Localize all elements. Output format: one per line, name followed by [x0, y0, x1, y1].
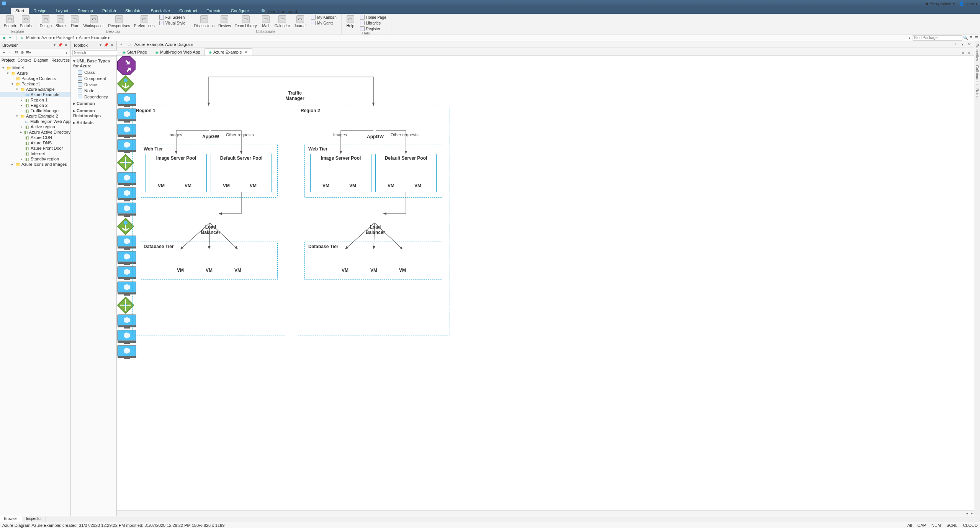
tree-node[interactable]: ▾📁Azure Example 2 [0, 113, 70, 119]
ribbon-calendar[interactable]: ▭Calendar [273, 15, 292, 29]
crumb-1[interactable]: Azure [41, 35, 52, 40]
ribbon-discussions[interactable]: ▭Discussions [193, 15, 216, 29]
doc-tab-start-page[interactable]: ◈Start Page [118, 48, 151, 56]
pin-icon[interactable]: ▾ [98, 43, 103, 47]
nav-new-icon[interactable]: ✦ [8, 36, 12, 40]
tree-node[interactable]: ▸◧Region 1 [0, 97, 70, 103]
ctx-collapse-icon[interactable]: « [953, 42, 958, 47]
tree-node[interactable]: ◧Azure DNS [0, 140, 70, 145]
tree-node[interactable]: ▸◧Azure Active Directory [0, 129, 70, 135]
toolbox-item-dependency[interactable]: Dependency [72, 94, 115, 100]
ribbon-perspectives[interactable]: ▭Perspectives [106, 15, 131, 29]
breadcrumb[interactable]: Model▸Azure▸Package1▸Azure Example▸ [26, 35, 111, 40]
menu-tab-layout[interactable]: Layout [51, 8, 73, 14]
menu-tab-publish[interactable]: Publish [98, 8, 121, 14]
ribbon-visual-style[interactable]: Visual Style [159, 20, 186, 26]
vm-node[interactable] [117, 345, 137, 360]
pin2-icon[interactable]: 📌 [58, 43, 62, 47]
menu-tab-execute[interactable]: Execute [202, 8, 226, 14]
ribbon-help[interactable]: ▭Help [344, 15, 357, 29]
rail-notes[interactable]: Notes [975, 88, 979, 98]
rail-collaborate[interactable]: Collaborate [975, 65, 979, 85]
toolbox-cat[interactable]: ▸ Common Relationships [72, 107, 115, 119]
ribbon-preferences[interactable]: ▭Preferences [133, 15, 156, 29]
ribbon-portals[interactable]: ▭Portals [18, 15, 33, 29]
breadcrumb-expand-icon[interactable]: ▸ [907, 36, 912, 40]
traffic-manager-node[interactable] [117, 56, 136, 75]
tree-node[interactable]: ▭Azure Example [0, 92, 70, 97]
crumb-0[interactable]: Model [26, 35, 38, 40]
tool-icon[interactable]: ⚙ [20, 51, 25, 55]
menu-tab-simulate[interactable]: Simulate [121, 8, 146, 14]
ribbon-workspaces[interactable]: ▭Workspaces [82, 15, 106, 29]
new-icon[interactable]: ✦ [2, 51, 6, 55]
ribbon-share[interactable]: ▭Share [54, 15, 67, 29]
browser-tab-project[interactable]: Project [2, 58, 15, 62]
toolbox-item-class[interactable]: Class [72, 69, 115, 75]
tree-icon[interactable]: ☷ [14, 51, 18, 55]
bottom-tab-browser[interactable]: Browser [0, 516, 22, 522]
menu-tab-start[interactable]: Start [11, 8, 29, 14]
ribbon-search[interactable]: ▭Search [2, 15, 18, 29]
menu-tab-specialize[interactable]: Specialize [146, 8, 175, 14]
ribbon-team-library[interactable]: ▭Team Library [233, 15, 258, 29]
toolbox-search-input[interactable] [72, 50, 124, 56]
nav-caret-icon[interactable]: ▸ [20, 36, 25, 40]
nav-back-icon[interactable]: ◀ [2, 36, 6, 40]
hscroll-right-icon[interactable]: ▸ [969, 511, 974, 515]
layout-icon[interactable]: ≣ [969, 36, 973, 40]
pin2-icon[interactable]: 📌 [104, 43, 108, 47]
ctx-close-icon[interactable]: ✕ [967, 42, 972, 47]
tree-node[interactable]: ▾📁Azure Example [0, 87, 70, 92]
bottom-tab-inspector[interactable]: Inspector [22, 516, 46, 522]
toolbox-cat[interactable]: ▾ UML Base Types for Azure [72, 57, 115, 69]
ribbon-review[interactable]: ▭Review [217, 15, 232, 29]
rail-properties[interactable]: Properties [975, 44, 979, 61]
menu-tab-construct[interactable]: Construct [175, 8, 202, 14]
appgw-node[interactable] [117, 75, 134, 93]
up-icon[interactable]: ↑ [8, 51, 12, 55]
ribbon-libraries[interactable]: Libraries [359, 20, 387, 26]
ribbon-full-screen[interactable]: Full Screen [159, 15, 186, 20]
ribbon-journal[interactable]: ▭Journal [292, 15, 308, 29]
toolbox-cat[interactable]: ▸ Artifacts [72, 119, 115, 126]
browser-tab-resources[interactable]: Resources [51, 58, 70, 62]
crumb-3[interactable]: Azure Example [79, 35, 108, 40]
user-menu[interactable]: 👤 User ▾ [959, 1, 978, 6]
close-icon[interactable]: ✕ [64, 43, 68, 47]
ribbon-design[interactable]: ▭Design [38, 15, 53, 29]
ribbon-my-gantt[interactable]: My Gantt [310, 20, 337, 26]
perspective-menu[interactable]: ◆ Perspective ▾ [925, 1, 955, 6]
toolbox-item-device[interactable]: Device [72, 82, 115, 88]
close-icon[interactable]: ✕ [110, 43, 114, 47]
browser-tab-context[interactable]: Context [18, 58, 31, 62]
browser-tab-diagram[interactable]: Diagram [34, 58, 48, 62]
tree-node[interactable]: ▾📁Model [0, 65, 70, 70]
ctx-diagram-icon[interactable]: ▭ [127, 42, 131, 47]
expand-icon[interactable]: ▸ [64, 51, 69, 55]
tab-prev-icon[interactable]: ◂ [960, 50, 965, 55]
tree-node[interactable]: ◧Azure CDN [0, 135, 70, 140]
project-tree[interactable]: ▾📁Model▾📁Azure📁Package Contents▾📁Package… [0, 64, 70, 516]
hscroll-left-icon[interactable]: ◂ [965, 511, 969, 515]
search-icon[interactable]: 🔍 [963, 36, 968, 40]
menu-tab-configure[interactable]: Configure [226, 8, 254, 14]
toolbox-list[interactable]: ▾ UML Base Types for AzureClassComponent… [71, 57, 116, 516]
ribbon-mail[interactable]: ▭Mail [259, 15, 272, 29]
ribbon-my-kanban[interactable]: My Kanban [310, 15, 337, 20]
tree-node[interactable]: ▸📁Azure Icons and Images [0, 162, 70, 167]
tree-node[interactable]: ▾📁Package1 [0, 81, 70, 87]
ribbon-run[interactable]: ▭Run [68, 15, 81, 29]
menu-icon[interactable]: ☰ [974, 36, 978, 40]
diagram-canvas[interactable]: TrafficManagerRegion 1AppGWImagesOther r… [117, 56, 576, 362]
close-tab-icon[interactable]: ✕ [244, 50, 248, 54]
toolbox-cat[interactable]: ▸ Common [72, 100, 115, 107]
tree-node[interactable]: ▸◧Active region [0, 124, 70, 129]
tree-node[interactable]: ▾📁Azure [0, 70, 70, 76]
region-box[interactable] [297, 106, 450, 335]
pin-icon[interactable]: ▾ [52, 43, 57, 47]
crumb-2[interactable]: Package1 [56, 35, 75, 40]
ribbon-register[interactable]: Register [359, 26, 387, 31]
doc-tab-multi-region-web-app[interactable]: ◈Multi-region Web App [151, 48, 205, 56]
doc-tab-azure-example[interactable]: ◈Azure Example ✕ [205, 48, 252, 56]
